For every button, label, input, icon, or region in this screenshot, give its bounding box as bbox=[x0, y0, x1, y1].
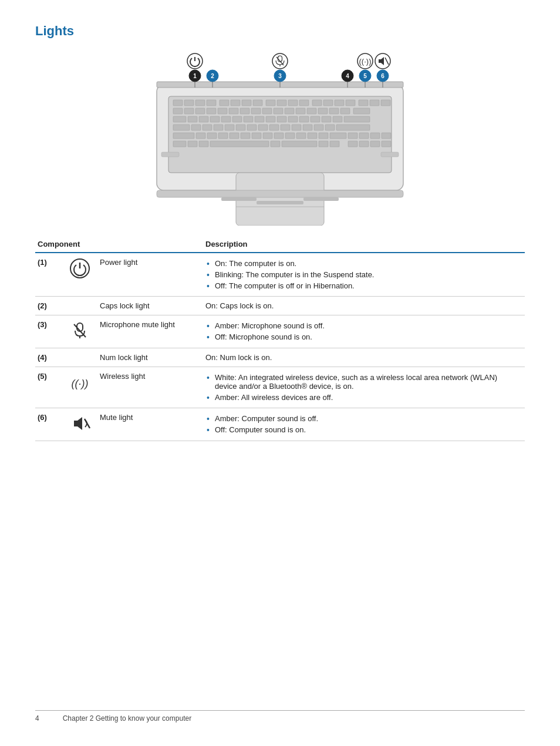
svg-rect-84 bbox=[359, 133, 369, 139]
svg-rect-63 bbox=[281, 125, 290, 130]
svg-rect-16 bbox=[335, 100, 344, 106]
svg-rect-13 bbox=[299, 100, 309, 106]
svg-rect-71 bbox=[207, 133, 217, 139]
svg-rect-12 bbox=[288, 100, 298, 106]
svg-rect-89 bbox=[199, 141, 208, 147]
svg-text:((·)): ((·)) bbox=[359, 57, 372, 66]
row-component-name: Wireless light bbox=[97, 367, 203, 408]
page-title: Lights bbox=[35, 23, 525, 39]
table-row: (1) Power lightOn: The computer is on.Bl… bbox=[35, 253, 525, 297]
svg-rect-70 bbox=[196, 133, 205, 139]
svg-rect-133 bbox=[221, 197, 257, 201]
row-description: Amber: Microphone sound is off.Off: Micr… bbox=[203, 315, 525, 348]
row-num: (1) bbox=[35, 253, 65, 297]
row-description: On: Caps lock is on. bbox=[203, 297, 525, 315]
svg-rect-26 bbox=[229, 108, 238, 114]
svg-rect-47 bbox=[277, 116, 286, 122]
svg-rect-77 bbox=[274, 133, 284, 139]
svg-rect-57 bbox=[214, 125, 223, 130]
svg-rect-75 bbox=[252, 133, 261, 139]
bullet-item: Off: The computer is off or in Hibernati… bbox=[205, 280, 520, 291]
svg-text:2: 2 bbox=[211, 73, 214, 79]
svg-text:5: 5 bbox=[363, 73, 367, 79]
svg-rect-14 bbox=[312, 100, 322, 106]
svg-rect-72 bbox=[218, 133, 228, 139]
svg-rect-97 bbox=[370, 141, 380, 147]
row-component-name: Mute light bbox=[97, 408, 203, 441]
bullet-item: Amber: Microphone sound is off. bbox=[205, 320, 520, 331]
svg-rect-81 bbox=[319, 133, 328, 139]
svg-rect-9 bbox=[253, 100, 262, 106]
svg-rect-7 bbox=[231, 100, 240, 106]
svg-rect-65 bbox=[303, 125, 312, 130]
svg-marker-142 bbox=[74, 417, 82, 430]
svg-rect-34 bbox=[318, 108, 328, 114]
row-component-name: Power light bbox=[97, 253, 203, 297]
svg-rect-66 bbox=[314, 125, 323, 130]
row-icon bbox=[65, 408, 97, 441]
svg-rect-43 bbox=[232, 116, 242, 122]
svg-rect-87 bbox=[173, 141, 186, 147]
svg-rect-33 bbox=[307, 108, 316, 114]
svg-rect-90 bbox=[210, 141, 269, 147]
svg-rect-36 bbox=[340, 108, 350, 114]
row-icon: ((·)) bbox=[65, 367, 97, 408]
svg-rect-42 bbox=[221, 116, 231, 122]
table-row: (5) ((·)) Wireless lightWhite: An integr… bbox=[35, 367, 525, 408]
svg-rect-135 bbox=[257, 201, 303, 204]
svg-rect-56 bbox=[203, 125, 212, 130]
svg-rect-100 bbox=[381, 152, 399, 157]
svg-text:3: 3 bbox=[278, 73, 282, 79]
svg-rect-46 bbox=[266, 116, 275, 122]
svg-rect-11 bbox=[277, 100, 286, 106]
svg-rect-4 bbox=[195, 100, 205, 106]
col-header-component: Component bbox=[35, 236, 203, 253]
svg-rect-54 bbox=[173, 125, 190, 130]
footer-chapter: Chapter 2 Getting to know your computer bbox=[63, 714, 191, 723]
svg-rect-68 bbox=[336, 125, 370, 130]
col-header-description: Description bbox=[203, 236, 525, 253]
bullet-item: Amber: Computer sound is off. bbox=[205, 413, 520, 424]
row-description: White: An integrated wireless device, su… bbox=[203, 367, 525, 408]
svg-rect-45 bbox=[255, 116, 264, 122]
svg-rect-38 bbox=[173, 116, 186, 122]
page-footer: 4 Chapter 2 Getting to know your compute… bbox=[35, 710, 525, 723]
svg-rect-92 bbox=[282, 141, 317, 147]
svg-rect-61 bbox=[258, 125, 268, 130]
row-num: (3) bbox=[35, 315, 65, 348]
row-num: (6) bbox=[35, 408, 65, 441]
row-num: (4) bbox=[35, 348, 65, 367]
svg-text:6: 6 bbox=[381, 73, 384, 79]
svg-rect-30 bbox=[274, 108, 283, 114]
svg-rect-24 bbox=[207, 108, 216, 114]
svg-rect-10 bbox=[266, 100, 275, 106]
svg-rect-19 bbox=[370, 100, 379, 106]
svg-rect-22 bbox=[184, 108, 194, 114]
svg-rect-76 bbox=[263, 133, 272, 139]
svg-rect-80 bbox=[308, 133, 317, 139]
table-row: (3) Microphone mute lightAmber: Micropho… bbox=[35, 315, 525, 348]
svg-rect-83 bbox=[348, 133, 357, 139]
svg-rect-78 bbox=[285, 133, 295, 139]
svg-rect-94 bbox=[330, 141, 339, 147]
svg-text:((·)): ((·)) bbox=[72, 378, 89, 389]
row-component-name: Microphone mute light bbox=[97, 315, 203, 348]
svg-rect-21 bbox=[173, 108, 183, 114]
bullet-item: Off: Computer sound is on. bbox=[205, 424, 520, 435]
svg-rect-73 bbox=[230, 133, 239, 139]
svg-rect-79 bbox=[296, 133, 306, 139]
svg-rect-2 bbox=[173, 100, 183, 106]
svg-rect-39 bbox=[188, 116, 197, 122]
svg-rect-55 bbox=[191, 125, 201, 130]
svg-rect-8 bbox=[242, 100, 251, 106]
svg-rect-64 bbox=[292, 125, 301, 130]
svg-rect-134 bbox=[303, 197, 339, 201]
table-row: (2)Caps lock lightOn: Caps lock is on. bbox=[35, 297, 525, 315]
svg-rect-48 bbox=[288, 116, 298, 122]
svg-rect-132 bbox=[157, 190, 403, 197]
svg-rect-28 bbox=[251, 108, 261, 114]
svg-rect-6 bbox=[220, 100, 229, 106]
svg-rect-53 bbox=[344, 116, 370, 122]
svg-rect-58 bbox=[225, 125, 234, 130]
row-icon bbox=[65, 297, 97, 315]
